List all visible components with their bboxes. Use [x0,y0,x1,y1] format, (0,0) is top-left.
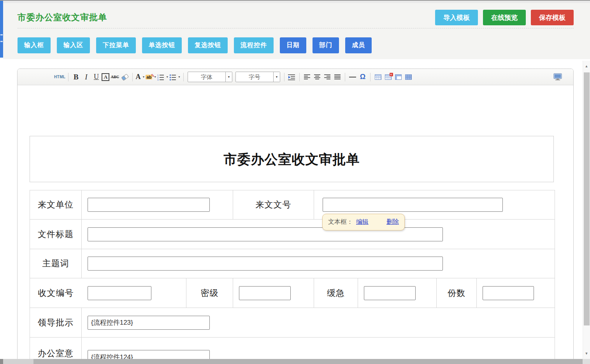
field-label: 来文单位 [30,190,82,220]
add-department-button[interactable]: 部门 [313,37,339,53]
table-icon [375,74,381,80]
add-member-button[interactable]: 成员 [345,37,372,53]
copies-input[interactable] [483,286,534,300]
table-props-button[interactable] [404,72,413,82]
font-size-select[interactable]: 字号 [235,72,280,82]
incoming-doc-number-input[interactable] [323,198,503,212]
scroll-down-arrow-icon[interactable] [583,349,590,358]
save-template-button[interactable]: 保存模板 [531,10,574,25]
horizontal-rule-button[interactable] [348,72,357,82]
add-date-button[interactable]: 日期 [280,37,306,53]
preview-button[interactable] [553,72,562,82]
editor-toolbar: HTML B I U A ABC A ab 1 2 3 [18,69,573,85]
font-color-button[interactable]: A [135,72,145,82]
align-right-button[interactable] [323,72,332,82]
page-title: 市委办公室收文审批单 [18,12,107,23]
special-char-button[interactable]: Ω [358,72,367,82]
receipt-number-input[interactable] [88,286,151,300]
align-left-button[interactable] [302,72,312,82]
security-level-input[interactable] [239,286,291,300]
import-template-button[interactable]: 导入模板 [435,10,478,25]
indent-icon [288,74,296,80]
form-title: 市委办公室收文审批单 [224,152,360,167]
ordered-list-button[interactable]: 1 2 3 [157,72,169,82]
add-radio-button[interactable]: 单选按钮 [142,37,182,53]
unordered-list-icon [169,74,176,81]
table-cell-props-button[interactable] [393,72,403,82]
chevron-down-icon[interactable] [273,72,280,82]
ordered-list-icon: 1 2 3 [157,74,164,81]
align-right-icon [324,74,331,80]
align-justify-button[interactable] [333,72,342,82]
form-table: 来文单位 来文文号 文件标题 主题词 收文编号 密 [30,190,555,364]
subject-words-input[interactable] [88,257,443,271]
table-row: 来文单位 来文文号 [30,190,555,220]
table-props-icon [405,74,412,80]
strikethrough-button[interactable]: ABC [110,72,119,82]
table-row: 文件标题 [30,220,555,249]
vertical-scrollbar-thumb[interactable] [584,72,590,325]
edit-widget-link[interactable]: 编辑 [356,218,369,226]
field-label: 密级 [186,278,233,308]
field-label: 文件标题 [30,220,82,249]
add-checkbox-button[interactable]: 复选按钮 [188,37,228,53]
add-input-box-button[interactable]: 输入框 [18,37,51,53]
urgency-input[interactable] [364,286,416,300]
unordered-list-button[interactable] [169,72,181,82]
toolbar-separator [299,73,300,81]
highlight-icon: ab [146,75,152,79]
delete-table-icon [385,74,392,80]
rich-text-editor: HTML B I U A ABC A ab 1 2 3 [17,69,574,364]
header: 市委办公室收文审批单 导入模板 在线预览 保存模板 输入框 输入区 下拉菜单 单… [3,3,590,59]
table-cell-props-icon [395,74,402,80]
indent-button[interactable] [287,72,297,82]
underline-button[interactable]: U [91,72,101,82]
form-title-box: 市委办公室收文审批单 [30,136,554,182]
widget-context-tooltip: 文本框： 编辑 删除 [322,214,405,230]
field-label: 缓急 [314,278,358,308]
highlight-color-button[interactable]: ab [146,72,156,82]
horizontal-scrollbar[interactable] [0,359,590,364]
incoming-unit-input[interactable] [88,198,210,212]
add-textarea-button[interactable]: 输入区 [57,37,90,53]
table-row: 领导批示 [30,308,555,338]
align-justify-icon [334,74,341,80]
add-flow-control-button[interactable]: 流程控件 [234,37,274,53]
toolbar-separator [132,73,133,81]
add-dropdown-button[interactable]: 下拉菜单 [96,37,136,53]
toolbar-separator [370,73,371,81]
align-left-icon [304,74,311,80]
toolbar-separator [68,73,68,81]
header-divider [18,28,574,28]
remove-format-button[interactable] [120,72,130,82]
font-family-select[interactable]: 字体 [188,72,232,82]
scrollbar-corner [583,359,590,364]
italic-button[interactable]: I [81,72,91,82]
widget-toolbar: 输入框 输入区 下拉菜单 单选按钮 复选按钮 流程控件 日期 部门 成员 [18,37,372,53]
left-accent-bar [0,1,3,58]
field-label: 主题词 [30,249,82,278]
character-border-button[interactable]: A [102,73,109,81]
editor-document[interactable]: 市委办公室收文审批单 来文单位 来文文号 文件标题 主题词 [18,86,573,364]
scroll-up-arrow-icon[interactable] [583,62,590,71]
chevron-down-icon[interactable] [225,72,232,82]
bold-button[interactable]: B [71,72,81,82]
horizontal-scrollbar-thumb[interactable] [3,359,33,364]
insert-table-button[interactable] [373,72,383,82]
leader-instructions-input[interactable] [88,316,210,330]
delete-table-button[interactable] [383,72,393,82]
field-label: 份数 [437,278,477,308]
header-actions: 导入模板 在线预览 保存模板 [435,10,574,25]
horizontal-scrollbar-cap [0,359,3,364]
vertical-scrollbar[interactable] [583,61,590,359]
toolbar-separator [284,73,284,81]
align-center-icon [314,74,321,80]
online-preview-button[interactable]: 在线预览 [483,10,526,25]
delete-widget-link[interactable]: 删除 [386,218,399,226]
field-label: 来文文号 [233,190,314,220]
tooltip-widget-type: 文本框： [328,218,353,226]
hr-icon [349,77,356,77]
html-source-button[interactable]: HTML [54,72,65,82]
toolbar-separator [183,73,184,81]
align-center-button[interactable] [313,72,322,82]
